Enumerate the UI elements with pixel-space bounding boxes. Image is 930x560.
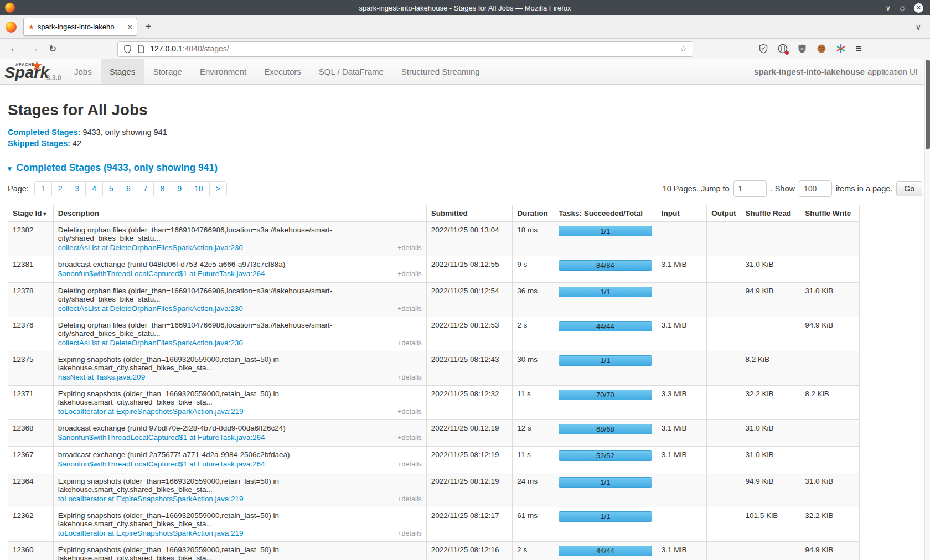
- output-cell: [707, 283, 741, 317]
- tasks-progress-bar: 68/68: [559, 424, 652, 434]
- tasks-cell: 1/1: [554, 507, 657, 542]
- call-site-link[interactable]: $anonfun$withThreadLocalCaptured$1 at Fu…: [58, 460, 265, 468]
- details-toggle[interactable]: +details: [397, 434, 421, 442]
- column-header-submitted[interactable]: Submitted: [426, 205, 512, 222]
- column-header-description[interactable]: Description: [53, 205, 426, 222]
- call-site-link[interactable]: collectAsList at DeleteOrphanFilesSparkA…: [58, 339, 243, 347]
- back-icon[interactable]: ←: [10, 43, 19, 54]
- page-button-6[interactable]: 6: [120, 181, 137, 196]
- description-second-line: collectAsList at DeleteOrphanFilesSparkA…: [58, 304, 422, 313]
- call-site-link[interactable]: collectAsList at DeleteOrphanFilesSparkA…: [58, 243, 243, 252]
- privacy-extension-icon[interactable]: [778, 44, 788, 54]
- page-scrollbar[interactable]: [924, 59, 930, 560]
- maximize-icon[interactable]: ◇: [900, 4, 905, 12]
- input-cell: 3.1 MiB: [657, 256, 707, 283]
- tab-close-icon[interactable]: ×: [128, 23, 132, 32]
- input-cell: 3.1 MiB: [657, 317, 707, 351]
- close-window-icon[interactable]: ×: [914, 3, 923, 13]
- call-site-link[interactable]: hasNext at Tasks.java:209: [58, 373, 145, 381]
- column-header-shuffle-write[interactable]: Shuffle Write: [800, 205, 860, 222]
- nav-tab-jobs[interactable]: Jobs: [65, 59, 101, 84]
- cookie-icon[interactable]: [817, 44, 826, 54]
- stage-row: 12371Expiring snapshots (older_than=1669…: [8, 386, 860, 420]
- stage-description-text: Expiring snapshots (older_than=166932055…: [58, 355, 422, 372]
- address-bar[interactable]: 127.0.0.1:4040/stages/ ☆: [117, 41, 693, 57]
- column-header-stage-id[interactable]: Stage Id▾: [8, 205, 54, 222]
- next-page-button[interactable]: >: [209, 181, 227, 196]
- page-button-10[interactable]: 10: [188, 181, 210, 196]
- details-toggle[interactable]: +details: [397, 244, 421, 252]
- nav-tab-executors[interactable]: Executors: [255, 59, 310, 84]
- minimize-icon[interactable]: ∨: [885, 4, 891, 12]
- details-toggle[interactable]: +details: [397, 408, 421, 416]
- completed-stages-link[interactable]: Completed Stages:: [8, 128, 80, 137]
- details-toggle[interactable]: +details: [397, 460, 421, 468]
- call-site-link[interactable]: $anonfun$withThreadLocalCaptured$1 at Fu…: [58, 433, 265, 442]
- call-site-link[interactable]: collectAsList at DeleteOrphanFilesSparkA…: [58, 304, 243, 313]
- output-cell: [707, 542, 741, 560]
- page-button-9[interactable]: 9: [170, 181, 188, 196]
- tasks-progress-bar: 1/1: [559, 511, 652, 522]
- call-site-link[interactable]: $anonfun$withThreadLocalCaptured$1 at Fu…: [58, 269, 265, 278]
- nav-tab-storage[interactable]: Storage: [144, 59, 191, 84]
- tasks-cell: 1/1: [554, 473, 657, 507]
- details-toggle[interactable]: +details: [397, 339, 421, 347]
- ublock-shield-icon[interactable]: uO: [797, 44, 807, 54]
- spark-logo[interactable]: APACHE Spark ★ 3.3.0: [0, 59, 65, 84]
- tasks-progress-bar: 44/44: [559, 546, 652, 556]
- page-button-3[interactable]: 3: [69, 181, 86, 196]
- bookmark-star-icon[interactable]: ☆: [680, 44, 687, 54]
- input-cell: [657, 283, 707, 317]
- stage-description-text: Expiring snapshots (older_than=166932055…: [58, 390, 422, 406]
- details-toggle[interactable]: +details: [397, 270, 421, 278]
- column-header-input[interactable]: Input: [657, 205, 707, 222]
- page-button-8[interactable]: 8: [153, 181, 171, 196]
- nav-tab-sql-dataframe[interactable]: SQL / DataFrame: [310, 59, 392, 84]
- skipped-stages-link[interactable]: Skipped Stages:: [8, 139, 70, 148]
- new-tab-button[interactable]: +: [145, 20, 152, 33]
- submitted-cell: 2022/11/25 08:12:53: [426, 317, 512, 351]
- column-header-tasks-succeeded-total[interactable]: Tasks: Succeeded/Total: [554, 205, 657, 222]
- page-button-2[interactable]: 2: [51, 181, 69, 196]
- pocket-shield-icon[interactable]: [758, 44, 768, 54]
- submitted-cell: 2022/11/25 08:12:55: [426, 256, 512, 283]
- details-toggle[interactable]: +details: [397, 495, 421, 503]
- page-label: Page:: [8, 184, 29, 193]
- reload-icon[interactable]: ↻: [49, 43, 56, 55]
- page-button-7[interactable]: 7: [137, 181, 154, 196]
- asterisk-extension-icon[interactable]: [836, 44, 846, 54]
- output-cell: [707, 420, 741, 447]
- column-header-duration[interactable]: Duration: [513, 205, 554, 222]
- show-items-input[interactable]: [799, 180, 832, 197]
- column-header-output[interactable]: Output: [707, 205, 741, 222]
- page-info-icon[interactable]: [137, 45, 145, 53]
- call-site-link[interactable]: toLocalIterator at ExpireSnapshotsSparkA…: [58, 529, 244, 537]
- input-cell: [657, 351, 707, 386]
- page-button-1[interactable]: 1: [34, 181, 52, 196]
- completed-stages-section-toggle[interactable]: ▾ Completed Stages (9433, only showing 9…: [8, 162, 922, 174]
- details-toggle[interactable]: +details: [397, 530, 421, 537]
- stage-description-text: Deleting orphan files (older_than=166910…: [58, 226, 422, 242]
- page-button-5[interactable]: 5: [102, 181, 120, 196]
- page-button-4[interactable]: 4: [85, 181, 103, 196]
- call-site-link[interactable]: toLocalIterator at ExpireSnapshotsSparkA…: [58, 407, 244, 416]
- shuffle-write-cell: [800, 351, 860, 386]
- stage-description-text: broadcast exchange (runId 2a75677f-a771-…: [58, 450, 422, 459]
- jump-to-input[interactable]: [733, 180, 767, 197]
- call-site-link[interactable]: toLocalIterator at ExpireSnapshotsSparkA…: [58, 495, 244, 503]
- sort-desc-icon: ▾: [44, 211, 46, 217]
- browser-tab[interactable]: ★ spark-ingest-into-lakehous ×: [23, 18, 137, 36]
- list-all-tabs-icon[interactable]: ∨: [916, 23, 921, 32]
- details-toggle[interactable]: +details: [397, 305, 421, 313]
- nav-tab-stages[interactable]: Stages: [101, 59, 144, 84]
- application-ui-label: spark-ingest-into-lakehouse application …: [754, 59, 930, 84]
- column-header-shuffle-read[interactable]: Shuffle Read: [741, 205, 800, 222]
- details-toggle[interactable]: +details: [397, 374, 421, 381]
- nav-tab-structured-streaming[interactable]: Structured Streaming: [392, 59, 489, 84]
- input-cell: 3.1 MiB: [657, 542, 707, 560]
- shuffle-write-cell: 31.0 KiB: [800, 473, 860, 507]
- go-button[interactable]: Go: [896, 181, 922, 196]
- menu-icon[interactable]: ≡: [855, 43, 861, 55]
- nav-tab-environment[interactable]: Environment: [191, 59, 255, 84]
- scrollbar-thumb[interactable]: [926, 60, 930, 149]
